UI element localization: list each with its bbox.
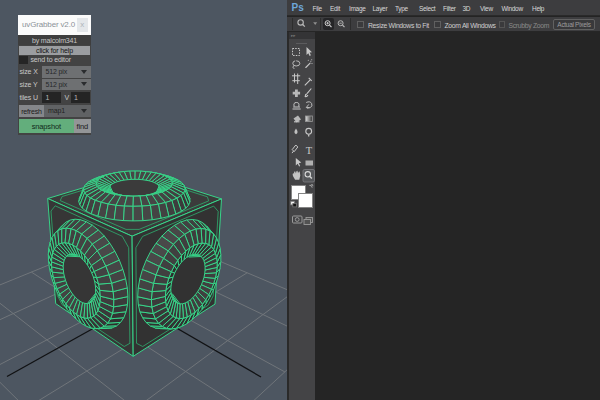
svg-text:T: T xyxy=(306,145,313,156)
